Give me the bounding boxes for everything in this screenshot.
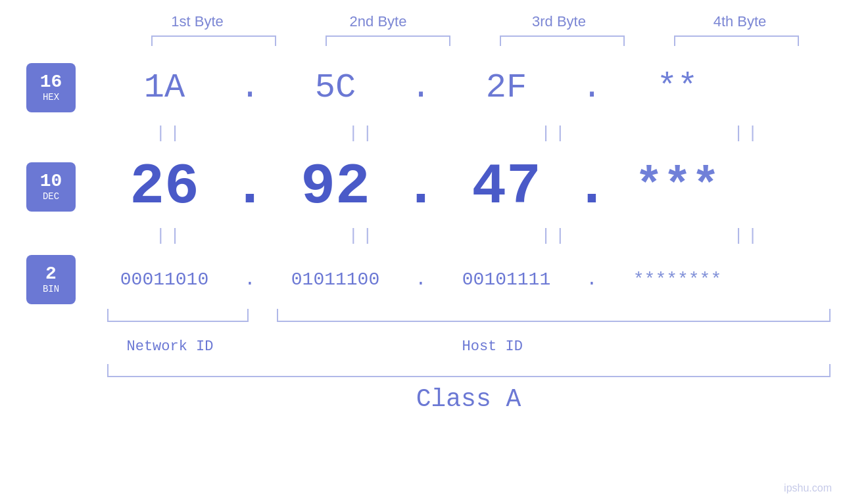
bin-badge: 2 BIN — [26, 255, 76, 304]
hex-badge: 16 HEX — [26, 63, 76, 112]
eq2-b2: || — [290, 226, 435, 250]
bin-b2: 01011100 — [263, 269, 408, 290]
eq1-b2: || — [290, 124, 435, 147]
bin-b4: ******** — [605, 269, 750, 290]
hex-number: 16 — [40, 72, 62, 93]
hex-values: 1A . 5C . 2F . ** — [92, 68, 845, 107]
bin-sep2: . — [408, 269, 434, 290]
bin-row: 2 BIN 00011010 . 01011100 . 00101111 . — [0, 250, 845, 309]
eq-row-1: || || || || — [0, 124, 845, 147]
bracket-top-4 — [674, 35, 799, 46]
bin-b1: 00011010 — [92, 269, 237, 290]
dec-b2: 92 — [263, 154, 408, 219]
dec-sep1: . — [237, 154, 263, 219]
eq2-b3: || — [483, 226, 627, 250]
class-bracket — [107, 364, 831, 377]
network-bracket — [107, 309, 249, 322]
eq-cells-2: || || || || — [92, 226, 845, 250]
hex-sep1: . — [237, 68, 263, 107]
host-bracket — [277, 309, 831, 322]
byte1-header: 1st Byte — [132, 13, 263, 30]
dec-name: DEC — [43, 191, 59, 202]
bracket-top-2 — [326, 35, 450, 46]
watermark: ipshu.com — [784, 482, 832, 494]
eq2-b1: || — [97, 226, 242, 250]
bin-number: 2 — [45, 264, 57, 285]
class-label: Class A — [416, 385, 521, 413]
byte2-header: 2nd Byte — [312, 13, 444, 30]
hex-badge-cell: 16 HEX — [0, 63, 92, 112]
bin-sep1: . — [237, 269, 263, 290]
dec-sep2: . — [408, 154, 434, 219]
eq-cells-1: || || || || — [92, 124, 845, 147]
bottom-brackets: Network ID Host ID — [107, 309, 831, 361]
hex-b3: 2F — [434, 68, 579, 107]
eq1-b4: || — [675, 124, 820, 147]
dec-sep3: . — [579, 154, 605, 219]
byte3-header: 3rd Byte — [493, 13, 625, 30]
bin-b3: 00101111 — [434, 269, 579, 290]
bin-sep3: . — [579, 269, 605, 290]
hex-row: 16 HEX 1A . 5C . 2F . ** — [0, 51, 845, 124]
class-area: Class A — [107, 361, 831, 413]
dec-b1: 26 — [92, 154, 237, 219]
bracket-top-1 — [151, 35, 276, 46]
host-id-label: Host ID — [462, 338, 523, 355]
dec-row: 10 DEC 26 . 92 . 47 . *** — [0, 147, 845, 226]
eq2-b4: || — [675, 226, 820, 250]
byte-headers: 1st Byte 2nd Byte 3rd Byte 4th Byte — [107, 13, 831, 30]
dec-number: 10 — [40, 172, 62, 192]
hex-name: HEX — [43, 92, 59, 103]
dec-b3: 47 — [434, 154, 579, 219]
hex-b1: 1A — [92, 68, 237, 107]
byte4-header: 4th Byte — [674, 13, 806, 30]
eq-spacer-2 — [0, 226, 92, 250]
main-container: 1st Byte 2nd Byte 3rd Byte 4th Byte 16 H… — [0, 0, 845, 504]
dec-values: 26 . 92 . 47 . *** — [92, 154, 845, 219]
bin-badge-cell: 2 BIN — [0, 255, 92, 304]
top-brackets — [127, 35, 824, 46]
hex-b4: ** — [605, 68, 750, 107]
network-id-label: Network ID — [127, 338, 214, 355]
dec-badge-cell: 10 DEC — [0, 162, 92, 212]
dec-badge: 10 DEC — [26, 162, 76, 212]
hex-sep2: . — [408, 68, 434, 107]
eq-row-2: || || || || — [0, 226, 845, 250]
dec-b4: *** — [605, 160, 750, 214]
eq-spacer-1 — [0, 124, 92, 147]
eq1-b3: || — [483, 124, 627, 147]
eq1-b1: || — [97, 124, 242, 147]
bracket-top-3 — [500, 35, 625, 46]
bin-values: 00011010 . 01011100 . 00101111 . *******… — [92, 269, 845, 290]
hex-sep3: . — [579, 68, 605, 107]
bin-name: BIN — [43, 284, 59, 294]
hex-b2: 5C — [263, 68, 408, 107]
